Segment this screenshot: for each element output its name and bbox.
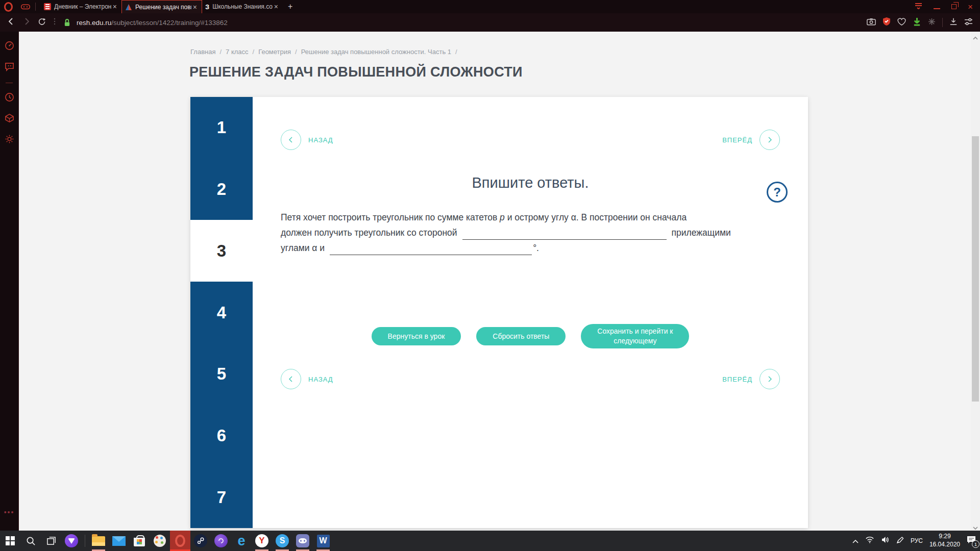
tab-title: Дневник – Электронный xyxy=(54,3,111,10)
scrollbar-thumb[interactable] xyxy=(972,136,979,402)
exercise-tab-3-active[interactable]: 3 xyxy=(190,220,253,282)
breadcrumb-home[interactable]: Главная xyxy=(190,48,215,56)
exercise-content: НАЗАД ВПЕРЁД Впишите ответы. ? Петя хоче… xyxy=(253,97,808,528)
scroll-down-icon[interactable] xyxy=(973,523,978,529)
volume-icon[interactable] xyxy=(881,536,890,545)
tab-close-icon[interactable]: × xyxy=(191,3,199,11)
tab-close-icon[interactable]: × xyxy=(111,3,118,11)
breadcrumb-grade[interactable]: 7 класс xyxy=(226,48,249,56)
forward-label[interactable]: ВПЕРЁД xyxy=(722,375,752,383)
settings-gear-icon[interactable] xyxy=(5,134,14,146)
back-label[interactable]: НАЗАД xyxy=(308,136,333,144)
tray-expand-icon[interactable] xyxy=(852,536,859,545)
messenger-icon[interactable] xyxy=(5,62,14,73)
exercise-card: 1 2 3 4 5 6 7 НАЗАД ВПЕРЁД xyxy=(190,97,808,528)
close-button[interactable]: × xyxy=(968,3,973,11)
discord-icon[interactable] xyxy=(292,531,313,551)
microsoft-store-icon[interactable] xyxy=(129,531,150,551)
opera-browser-icon[interactable] xyxy=(170,531,190,551)
scroll-up-icon[interactable] xyxy=(973,34,978,39)
tab-close-icon[interactable]: × xyxy=(273,3,280,11)
answer-input-1[interactable] xyxy=(462,230,667,240)
back-circle-icon[interactable] xyxy=(281,130,301,150)
extension-green-arrow-icon[interactable] xyxy=(913,17,921,28)
paint-icon[interactable] xyxy=(150,531,170,551)
sidebar-more-icon[interactable]: ••• xyxy=(4,508,15,516)
extensions-box-icon[interactable] xyxy=(5,113,14,125)
znanija-favicon: З xyxy=(205,3,209,11)
clock[interactable]: 9:29 16.04.2020 xyxy=(929,533,960,548)
forward-nav[interactable]: ВПЕРЁД xyxy=(722,130,780,150)
exercise-tab-1[interactable]: 1 xyxy=(190,97,253,159)
file-explorer-icon[interactable] xyxy=(88,531,109,551)
breadcrumb-lesson[interactable]: Решение задач повышенной сложности. Част… xyxy=(301,48,451,56)
forward-icon[interactable] xyxy=(22,17,31,28)
tab-resh-active[interactable]: Решение задач повышенн × xyxy=(121,0,202,13)
breadcrumb-subject[interactable]: Геометрия xyxy=(258,48,291,56)
snapshot-camera-icon[interactable] xyxy=(867,18,876,28)
tab-title: Решение задач повышенн xyxy=(135,4,191,11)
question-variable: p xyxy=(500,212,505,222)
exercise-number-rail: 1 2 3 4 5 6 7 xyxy=(190,97,253,528)
downloads-icon[interactable] xyxy=(949,17,958,28)
notification-center-icon[interactable]: 1 xyxy=(967,536,976,546)
alice-assistant-icon[interactable] xyxy=(61,531,82,551)
minimize-button[interactable] xyxy=(934,8,940,9)
back-nav[interactable]: НАЗАД xyxy=(281,369,333,389)
word-icon[interactable]: W xyxy=(313,531,333,551)
start-button[interactable] xyxy=(0,531,20,551)
wifi-icon[interactable] xyxy=(865,536,874,545)
maximize-button[interactable] xyxy=(951,4,957,9)
save-and-next-button[interactable]: Сохранить и перейти к следующему xyxy=(581,324,689,348)
forward-circle-icon[interactable] xyxy=(760,369,780,389)
edge-browser-icon[interactable]: e xyxy=(231,531,252,551)
tune-settings-icon[interactable] xyxy=(964,18,973,28)
back-label[interactable]: НАЗАД xyxy=(308,375,333,383)
gx-corner-icon[interactable] xyxy=(21,3,30,10)
time: 9:29 xyxy=(929,533,960,541)
address-bar[interactable]: resh.edu.ru/subject/lesson/1422/training… xyxy=(64,18,228,27)
forward-circle-icon[interactable] xyxy=(760,130,780,150)
dnevnik-favicon xyxy=(44,3,51,10)
tab-dnevnik[interactable]: Дневник – Электронный × xyxy=(41,0,121,13)
speed-dial-icon[interactable] xyxy=(5,41,14,53)
mail-icon[interactable] xyxy=(109,531,129,551)
exercise-tab-4[interactable]: 4 xyxy=(190,282,253,343)
pen-icon[interactable] xyxy=(896,536,904,546)
exercise-tab-6[interactable]: 6 xyxy=(190,405,253,467)
exercise-tab-5[interactable]: 5 xyxy=(190,343,253,405)
gx-sidebar-toggle-icon[interactable] xyxy=(915,2,922,11)
tab-znanija[interactable]: З Школьные Знания.com - Р × xyxy=(202,0,283,13)
task-view-icon[interactable] xyxy=(41,531,61,551)
forward-label[interactable]: ВПЕРЁД xyxy=(722,136,752,144)
answer-input-2[interactable] xyxy=(330,245,532,255)
extension-gray-icon[interactable] xyxy=(928,18,936,28)
skype-icon[interactable]: S xyxy=(272,531,292,551)
exercise-tab-2[interactable]: 2 xyxy=(190,159,253,220)
breadcrumb-separator: / xyxy=(219,48,222,56)
question-segment: должен получить треугольник со стороной xyxy=(281,228,457,238)
menu-dots-icon[interactable] xyxy=(54,18,56,27)
app-purple-icon[interactable] xyxy=(211,531,231,551)
back-icon[interactable] xyxy=(7,17,15,28)
steam-icon[interactable] xyxy=(190,531,211,551)
new-tab-button[interactable]: + xyxy=(288,2,292,11)
page-scrollbar[interactable] xyxy=(971,32,980,531)
help-icon[interactable]: ? xyxy=(767,182,788,203)
question-segment: Петя хочет построить треугольник по сумм… xyxy=(281,212,500,222)
bookmark-heart-icon[interactable] xyxy=(897,18,906,28)
search-icon[interactable] xyxy=(20,531,41,551)
divider xyxy=(942,18,943,27)
return-to-lesson-button[interactable]: Вернуться в урок xyxy=(372,327,461,345)
yandex-browser-icon[interactable]: Y xyxy=(252,531,272,551)
exercise-tab-7[interactable]: 7 xyxy=(190,466,253,528)
reload-icon[interactable] xyxy=(38,17,46,28)
back-nav[interactable]: НАЗАД xyxy=(281,130,333,150)
forward-nav[interactable]: ВПЕРЁД xyxy=(722,369,780,389)
adblock-shield-icon[interactable] xyxy=(883,17,891,28)
back-circle-icon[interactable] xyxy=(281,369,301,389)
opera-menu-icon[interactable] xyxy=(4,2,13,12)
reset-answers-button[interactable]: Сбросить ответы xyxy=(476,327,566,345)
history-clock-icon[interactable] xyxy=(5,92,14,104)
language-indicator[interactable]: РУС xyxy=(911,537,923,544)
